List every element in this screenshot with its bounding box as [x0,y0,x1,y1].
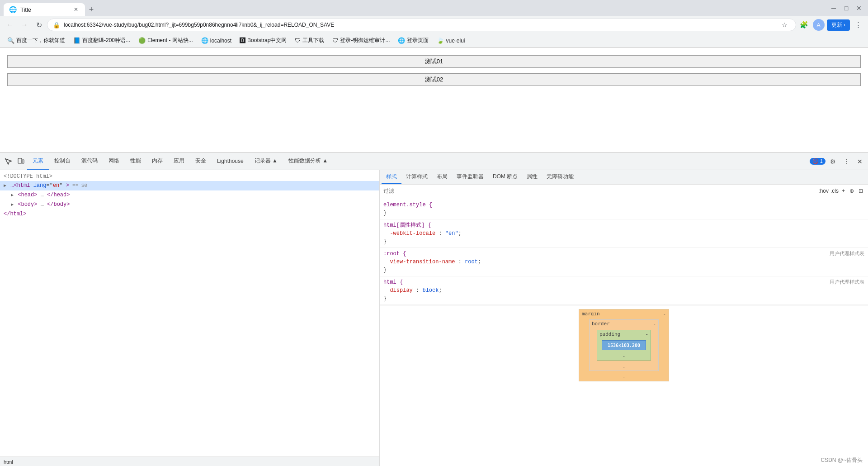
bootstrap-icon: 🅱 [240,37,245,44]
forward-button[interactable]: → [18,19,31,31]
devtools-close-button[interactable]: ✕ [854,155,866,168]
svg-rect-1 [22,160,24,163]
bookmark-element[interactable]: 🟢 Element - 网站快... [135,36,197,45]
user-avatar: A [813,19,825,31]
address-text: localhost:63342/vue-study/bug/bug02.html… [64,22,334,28]
html-tree-row: <!DOCTYPE html> [0,172,379,181]
styles-filter-input[interactable] [383,188,816,194]
tab-event-listeners[interactable]: 事件监听器 [452,170,488,184]
browser-tab[interactable]: 🌐 Title ✕ [4,3,85,16]
tab-console[interactable]: 控制台 [49,153,76,170]
border-dash-right: - [653,321,656,327]
more-menu-button[interactable]: ⋮ [852,19,864,31]
bookmark-login[interactable]: 🌐 登录页面 [394,36,432,45]
border-label: border [592,321,610,327]
padding-box: padding - - 1536×103.200 [597,330,651,361]
tab-memory[interactable]: 内存 [146,153,168,170]
page-content: 测试01 测试02 [0,48,868,152]
address-icon: 🔒 [53,22,60,29]
bookmark-login-label: 登录页面 [407,37,429,44]
device-toolbar-button[interactable] [14,155,27,168]
bookmark-translate[interactable]: 📘 百度翻译-200种语... [70,36,134,45]
tab-network[interactable]: 网络 [103,153,125,170]
bookmark-tools-label: 工具下载 [302,37,324,44]
tab-computed[interactable]: 计算样式 [401,170,432,184]
tab-dom-breakpoints[interactable]: DOM 断点 [488,170,522,184]
tab-recorder[interactable]: 记录器 ▲ [249,153,283,170]
styles-panel: 样式 计算样式 布局 事件监听器 DOM 断点 属性 无障碍功能 :hov .c… [380,170,868,466]
refresh-style-button[interactable]: ⊡ [857,188,864,194]
tab-lighthouse[interactable]: Lighthouse [212,153,249,170]
html-tree-row-head[interactable]: ▶ <head> … </head> [0,190,379,200]
devtools-toolbar: 元素 控制台 源代码 网络 性能 内存 应用 安全 Lighthouse 记录器… [0,153,868,170]
bookmark-star-button[interactable]: ☆ [779,19,790,30]
bookmark-bootstrap[interactable]: 🅱 Bootstrap中文网 [236,36,290,45]
add-style-button[interactable]: + [840,188,846,194]
svg-rect-0 [18,158,22,163]
new-tab-button[interactable]: + [85,3,98,16]
bookmark-login-admin[interactable]: 🛡 登录-明御运维审计... [329,36,393,45]
devtools-status-bar: html [0,456,379,466]
tab-perf-insights[interactable]: 性能数据分析 ▲ [283,153,333,170]
html-tree-row-html[interactable]: ▶ …<html lang="en" > == $0 [0,181,379,190]
tab-styles[interactable]: 样式 [382,170,401,184]
border-dash-bottom: - [623,364,626,370]
devtools-settings-button[interactable]: ⚙ [826,155,839,168]
tab-accessibility[interactable]: 无障碍功能 [542,170,578,184]
tab-elements[interactable]: 元素 [27,153,49,170]
admin-icon: 🛡 [332,37,338,44]
maximize-button[interactable]: □ [841,3,852,14]
profile-icon[interactable]: A [812,19,825,31]
bookmarks-bar: 🔍 百度一下，你就知道 📘 百度翻译-200种语... 🟢 Element - … [0,34,868,48]
copy-style-button[interactable]: ⊕ [848,188,855,194]
tools-icon: 🛡 [295,37,301,44]
bookmark-baidu-label: 百度一下，你就知道 [16,37,65,44]
back-button[interactable]: ← [4,19,16,31]
test-button-01[interactable]: 测试01 [7,55,861,68]
bookmark-admin-label: 登录-明御运维审计... [340,37,390,44]
bookmark-bootstrap-label: Bootstrap中文网 [247,37,287,44]
close-button[interactable]: ✕ [854,3,864,14]
tab-security[interactable]: 安全 [190,153,212,170]
window-controls: ─ □ ✕ [828,3,864,14]
css-rule-html: html { 用户代理样式表 display : block; } [380,276,868,305]
address-bar-row: ← → ↻ 🔒 localhost:63342/vue-study/bug/bu… [0,16,868,34]
tab-close-button[interactable]: ✕ [72,6,80,13]
minimize-button[interactable]: ─ [828,3,839,14]
baidu-icon: 🔍 [7,37,14,44]
select-element-button[interactable] [2,155,14,168]
tab-application[interactable]: 应用 [168,153,190,170]
bookmark-localhost[interactable]: 🌐 localhost [198,36,235,45]
content-box: 1536×103.200 [602,340,646,350]
html-panel: <!DOCTYPE html> ▶ …<html lang="en" > == … [0,170,380,466]
margin-box: margin - - border - - padding [579,309,669,381]
html-tree-row-body[interactable]: ▶ <body> … </body> [0,200,379,209]
css-rule-root: :root { 用户代理样式表 view-transition-name : r… [380,248,868,276]
devtools-more-button[interactable]: ⋮ [840,155,853,168]
styles-filter-bar: :hov .cls + ⊕ ⊡ [380,185,868,197]
csdn-watermark: CSDN @~佑骨头 [821,456,863,464]
padding-label: padding [599,331,620,337]
devtools-main: <!DOCTYPE html> ▶ …<html lang="en" > == … [0,170,868,466]
reload-button[interactable]: ↻ [33,19,45,31]
styles-tabs: 样式 计算样式 布局 事件监听器 DOM 断点 属性 无障碍功能 [380,170,868,185]
bookmark-vue-label: vue-elui [446,38,465,44]
tab-performance[interactable]: 性能 [125,153,146,170]
bookmark-tools[interactable]: 🛡 工具下载 [291,36,328,45]
bookmark-vue[interactable]: 🍃 vue-elui [433,36,468,45]
hov-label[interactable]: :hov [818,188,829,194]
test-button-02[interactable]: 测试02 [7,73,861,86]
bookmark-baidu[interactable]: 🔍 百度一下，你就知道 [4,36,69,45]
address-bar[interactable]: 🔒 localhost:63342/vue-study/bug/bug02.ht… [47,19,796,31]
devtools-panel: 元素 控制台 源代码 网络 性能 内存 应用 安全 Lighthouse 记录器… [0,152,868,466]
tab-layout[interactable]: 布局 [432,170,452,184]
extension-icon[interactable]: 🧩 [798,19,811,31]
cls-label[interactable]: .cls [830,188,839,194]
html-tree-viewer[interactable]: <!DOCTYPE html> ▶ …<html lang="en" > == … [0,170,379,456]
margin-label: margin [582,311,600,317]
console-badge: 🚫 1 [810,158,826,165]
tab-sources[interactable]: 源代码 [76,153,103,170]
browser-chrome: 🌐 Title ✕ + ─ □ ✕ ← → ↻ 🔒 localhost:6334… [0,0,868,48]
tab-properties[interactable]: 属性 [522,170,542,184]
update-button[interactable]: 更新 › [827,19,850,31]
